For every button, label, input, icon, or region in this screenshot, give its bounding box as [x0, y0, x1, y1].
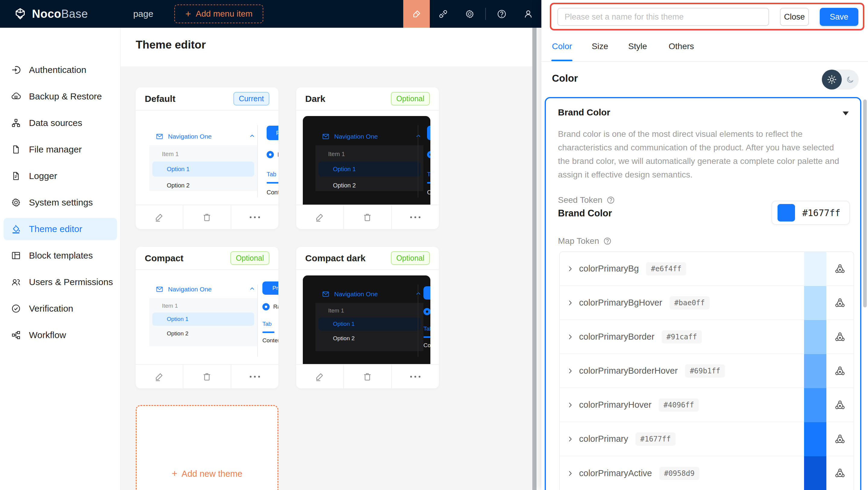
tab-size[interactable]: Size: [592, 41, 608, 51]
more-actions-button[interactable]: [231, 365, 278, 388]
api-button[interactable]: [430, 0, 456, 28]
preview-radio-label: Radio: [273, 303, 278, 310]
sidebar-item-block-templates[interactable]: Block templates: [4, 244, 117, 267]
preview-item: Item 1: [315, 148, 424, 160]
token-algorithm-button[interactable]: [826, 388, 854, 422]
chevron-right-icon[interactable]: [567, 334, 574, 340]
token-algorithm-button[interactable]: [826, 320, 854, 354]
delete-theme-button[interactable]: [343, 365, 391, 388]
token-algorithm-button[interactable]: [826, 456, 854, 490]
add-menu-item-button[interactable]: + Add menu item: [174, 4, 263, 23]
dark-mode-button[interactable]: [842, 75, 859, 84]
more-actions-button[interactable]: [231, 205, 278, 229]
token-row: colorPrimary #1677ff: [560, 422, 854, 456]
card-actions: [296, 364, 439, 388]
theme-editor-toggle-button[interactable]: [403, 0, 430, 28]
sidebar-item-logger[interactable]: Logger: [4, 165, 117, 187]
main-scrollbar[interactable]: [532, 28, 536, 490]
edit-theme-button[interactable]: [296, 205, 343, 229]
mail-icon: [156, 286, 163, 293]
light-dark-toggle: [822, 70, 859, 90]
chevron-right-icon[interactable]: [567, 368, 574, 374]
login-icon: [11, 65, 21, 75]
add-new-theme-button[interactable]: +Add new theme: [136, 405, 278, 490]
preview-widgets: Primary Radio Tab Content: [427, 126, 430, 196]
color-swatch[interactable]: [777, 204, 795, 222]
chevron-right-icon[interactable]: [567, 470, 574, 477]
panel-scrollbar[interactable]: [863, 99, 867, 307]
nav-menu-item-page[interactable]: page: [133, 9, 154, 19]
preview-nav-row: Navigation One: [149, 133, 257, 140]
preview-menu: Navigation One Item 1 Option 1 Option 2: [149, 286, 257, 346]
chevron-right-icon[interactable]: [567, 265, 574, 272]
chevron-right-icon[interactable]: [567, 402, 574, 408]
delete-theme-button[interactable]: [183, 205, 230, 229]
sidebar-item-workflow[interactable]: Workflow: [4, 324, 117, 346]
chevron-right-icon[interactable]: [567, 299, 574, 306]
caret-up-icon: [415, 291, 421, 298]
tab-others[interactable]: Others: [669, 41, 694, 51]
close-button[interactable]: Close: [780, 8, 809, 26]
color-section-title: Color: [552, 73, 578, 84]
preview-tab-label: Tab: [267, 171, 278, 178]
sidebar-item-data-sources[interactable]: Data sources: [4, 112, 117, 134]
token-name: colorPrimaryBgHover: [579, 298, 662, 308]
tab-style[interactable]: Style: [628, 41, 647, 51]
sidebar-item-label: Authentication: [29, 65, 86, 75]
data-sources-icon: [11, 118, 21, 128]
theme-preview: Navigation One Item 1 Option 1 Option 2 …: [136, 111, 278, 205]
token-color-strip: [804, 422, 826, 456]
plug-icon: [438, 9, 448, 19]
delete-theme-button[interactable]: [343, 205, 391, 229]
preview-content-label: Content: [262, 337, 278, 344]
delete-theme-button[interactable]: [183, 365, 230, 388]
navbar-icon-group: [403, 0, 541, 28]
edit-theme-button[interactable]: [136, 205, 183, 229]
token-algorithm-button[interactable]: [826, 286, 854, 320]
sidebar-item-theme-editor[interactable]: Theme editor: [4, 218, 117, 240]
edit-icon: [154, 372, 164, 382]
chevron-right-icon[interactable]: [567, 436, 574, 443]
token-algorithm-button[interactable]: [826, 354, 854, 388]
card-header: Dark Optional: [296, 88, 439, 110]
collapse-caret-icon[interactable]: [843, 111, 849, 116]
edit-icon: [315, 213, 324, 222]
sidebar-item-file-manager[interactable]: File manager: [4, 138, 117, 161]
sidebar-item-verification[interactable]: Verification: [4, 297, 117, 320]
token-algorithm-button[interactable]: [826, 422, 854, 456]
map-token-list: colorPrimaryBg #e6f4ff colorPrimaryBgHov…: [559, 251, 854, 490]
gear-icon: [11, 197, 21, 208]
preview-radio: Radio: [262, 303, 278, 311]
more-actions-button[interactable]: [391, 205, 439, 229]
more-actions-button[interactable]: [391, 365, 439, 388]
tab-color[interactable]: Color: [552, 41, 572, 51]
light-mode-button[interactable]: [822, 70, 842, 90]
edit-icon: [315, 372, 324, 382]
theme-name-input[interactable]: [557, 8, 769, 26]
token-value: #91caff: [662, 330, 702, 344]
settings-button[interactable]: [456, 0, 483, 28]
preview-content-label: Content: [267, 189, 278, 196]
check-circle-icon: [11, 303, 21, 314]
question-circle-icon[interactable]: [607, 196, 615, 204]
help-button[interactable]: [488, 0, 515, 28]
question-circle-icon[interactable]: [603, 237, 612, 245]
edit-theme-button[interactable]: [296, 365, 343, 388]
edit-theme-button[interactable]: [136, 365, 183, 388]
preview-menu: Navigation One Item 1 Option 1 Option 2: [315, 133, 424, 191]
brand-color-title: Brand Color: [558, 107, 610, 118]
sidebar-item-system-settings[interactable]: System settings: [4, 191, 117, 214]
sidebar-item-backup-restore[interactable]: Backup & Restore: [4, 85, 117, 107]
brand-color-picker[interactable]: #1677ff: [772, 201, 850, 225]
user-menu-button[interactable]: [515, 0, 541, 28]
preview-submenu: Item 1 Option 1 Option 2: [315, 303, 424, 351]
nocobase-logo[interactable]: NocoBase: [13, 7, 88, 21]
token-algorithm-button[interactable]: [826, 252, 854, 286]
sidebar-item-label: File manager: [29, 144, 82, 155]
save-button[interactable]: Save: [820, 8, 858, 26]
trash-icon: [202, 213, 212, 222]
sidebar-item-label: Users & Permissions: [29, 277, 113, 287]
brand-color-description: Brand color is one of the most direct vi…: [558, 127, 840, 182]
sidebar-item-users-permissions[interactable]: Users & Permissions: [4, 271, 117, 293]
sidebar-item-authentication[interactable]: Authentication: [4, 59, 117, 81]
